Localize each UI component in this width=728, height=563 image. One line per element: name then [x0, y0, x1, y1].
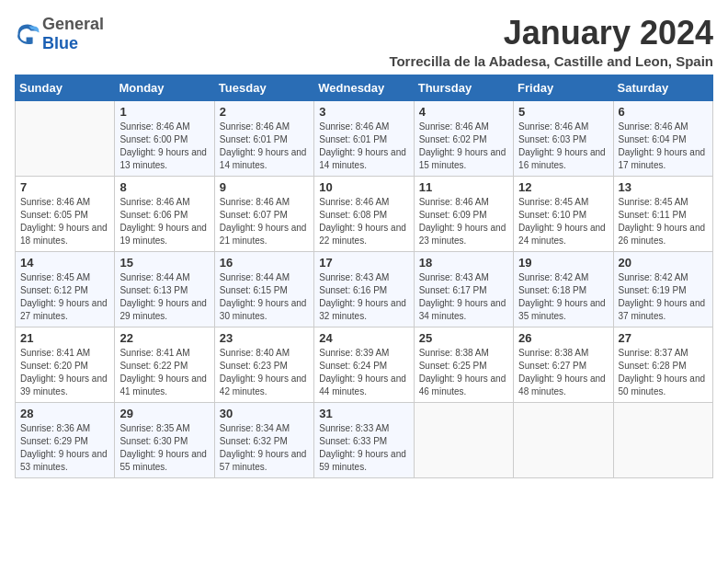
calendar-day-cell: 3Sunrise: 8:46 AMSunset: 6:01 PMDaylight… [314, 100, 414, 176]
day-of-week-header: Friday [514, 75, 613, 100]
day-number: 5 [518, 105, 608, 119]
day-info: Sunrise: 8:42 AMSunset: 6:19 PMDaylight:… [619, 271, 708, 323]
month-title: January 2024 [389, 15, 713, 52]
calendar-day-cell: 12Sunrise: 8:45 AMSunset: 6:10 PMDayligh… [514, 176, 613, 251]
day-number: 19 [518, 256, 608, 270]
calendar-day-cell: 6Sunrise: 8:46 AMSunset: 6:04 PMDaylight… [613, 100, 712, 176]
calendar-day-cell: 18Sunrise: 8:43 AMSunset: 6:17 PMDayligh… [414, 251, 513, 327]
calendar-day-cell: 22Sunrise: 8:41 AMSunset: 6:22 PMDayligh… [115, 327, 214, 402]
calendar-day-cell [414, 402, 513, 477]
day-number: 8 [119, 180, 209, 194]
calendar-day-cell: 13Sunrise: 8:45 AMSunset: 6:11 PMDayligh… [613, 176, 712, 251]
calendar-day-cell: 19Sunrise: 8:42 AMSunset: 6:18 PMDayligh… [514, 251, 613, 327]
day-number: 30 [220, 407, 309, 420]
day-of-week-header: Saturday [613, 75, 712, 100]
day-number: 28 [20, 407, 109, 420]
day-number: 17 [319, 256, 408, 270]
logo: General Blue [15, 15, 104, 53]
day-number: 16 [220, 256, 309, 270]
day-number: 31 [319, 407, 408, 420]
day-number: 25 [419, 331, 508, 345]
calendar-day-cell: 4Sunrise: 8:46 AMSunset: 6:02 PMDaylight… [414, 100, 513, 176]
day-info: Sunrise: 8:38 AMSunset: 6:25 PMDaylight:… [419, 347, 508, 398]
day-info: Sunrise: 8:35 AMSunset: 6:30 PMDaylight:… [119, 422, 209, 474]
calendar-day-cell: 29Sunrise: 8:35 AMSunset: 6:30 PMDayligh… [115, 402, 214, 477]
day-info: Sunrise: 8:46 AMSunset: 6:06 PMDaylight:… [119, 196, 209, 247]
calendar-header: SundayMondayTuesdayWednesdayThursdayFrid… [16, 75, 713, 100]
calendar-day-cell: 28Sunrise: 8:36 AMSunset: 6:29 PMDayligh… [16, 402, 115, 477]
day-info: Sunrise: 8:44 AMSunset: 6:15 PMDaylight:… [220, 271, 309, 323]
day-info: Sunrise: 8:33 AMSunset: 6:33 PMDaylight:… [319, 422, 408, 474]
day-number: 22 [119, 331, 209, 345]
logo-blue: Blue [42, 34, 78, 52]
day-number: 27 [619, 331, 708, 345]
days-of-week-row: SundayMondayTuesdayWednesdayThursdayFrid… [16, 75, 713, 100]
calendar-day-cell: 20Sunrise: 8:42 AMSunset: 6:19 PMDayligh… [613, 251, 712, 327]
day-info: Sunrise: 8:34 AMSunset: 6:32 PMDaylight:… [220, 422, 309, 474]
day-number: 29 [119, 407, 209, 420]
day-number: 14 [20, 256, 109, 270]
day-info: Sunrise: 8:44 AMSunset: 6:13 PMDaylight:… [119, 271, 209, 323]
day-number: 13 [619, 180, 708, 194]
calendar-day-cell: 10Sunrise: 8:46 AMSunset: 6:08 PMDayligh… [314, 176, 414, 251]
calendar-week-row: 28Sunrise: 8:36 AMSunset: 6:29 PMDayligh… [16, 402, 713, 477]
calendar-day-cell: 15Sunrise: 8:44 AMSunset: 6:13 PMDayligh… [115, 251, 214, 327]
day-info: Sunrise: 8:46 AMSunset: 6:07 PMDaylight:… [220, 196, 309, 247]
day-number: 26 [518, 331, 608, 345]
day-info: Sunrise: 8:42 AMSunset: 6:18 PMDaylight:… [518, 271, 608, 323]
day-of-week-header: Wednesday [314, 75, 414, 100]
day-number: 21 [20, 331, 109, 345]
calendar-day-cell: 11Sunrise: 8:46 AMSunset: 6:09 PMDayligh… [414, 176, 513, 251]
calendar-day-cell: 9Sunrise: 8:46 AMSunset: 6:07 PMDaylight… [214, 176, 313, 251]
calendar-day-cell: 14Sunrise: 8:45 AMSunset: 6:12 PMDayligh… [16, 251, 115, 327]
calendar-day-cell: 16Sunrise: 8:44 AMSunset: 6:15 PMDayligh… [214, 251, 313, 327]
day-number: 20 [619, 256, 708, 270]
day-info: Sunrise: 8:40 AMSunset: 6:23 PMDaylight:… [220, 347, 309, 398]
day-info: Sunrise: 8:46 AMSunset: 6:01 PMDaylight:… [319, 121, 408, 172]
calendar-day-cell [514, 402, 613, 477]
calendar-day-cell: 8Sunrise: 8:46 AMSunset: 6:06 PMDaylight… [115, 176, 214, 251]
day-info: Sunrise: 8:46 AMSunset: 6:08 PMDaylight:… [319, 196, 408, 247]
calendar-week-row: 21Sunrise: 8:41 AMSunset: 6:20 PMDayligh… [16, 327, 713, 402]
calendar-day-cell: 1Sunrise: 8:46 AMSunset: 6:00 PMDaylight… [115, 100, 214, 176]
day-info: Sunrise: 8:43 AMSunset: 6:16 PMDaylight:… [319, 271, 408, 323]
calendar-body: 1Sunrise: 8:46 AMSunset: 6:00 PMDaylight… [16, 100, 713, 477]
day-info: Sunrise: 8:46 AMSunset: 6:01 PMDaylight:… [220, 121, 309, 172]
calendar-day-cell [16, 100, 115, 176]
calendar-day-cell: 17Sunrise: 8:43 AMSunset: 6:16 PMDayligh… [314, 251, 414, 327]
calendar-day-cell: 7Sunrise: 8:46 AMSunset: 6:05 PMDaylight… [16, 176, 115, 251]
day-number: 12 [518, 180, 608, 194]
day-info: Sunrise: 8:46 AMSunset: 6:04 PMDaylight:… [619, 121, 708, 172]
day-number: 10 [319, 180, 408, 194]
calendar-week-row: 14Sunrise: 8:45 AMSunset: 6:12 PMDayligh… [16, 251, 713, 327]
calendar-day-cell: 2Sunrise: 8:46 AMSunset: 6:01 PMDaylight… [214, 100, 313, 176]
day-info: Sunrise: 8:45 AMSunset: 6:10 PMDaylight:… [518, 196, 608, 247]
logo-general: General [42, 15, 104, 33]
day-number: 4 [419, 105, 508, 119]
day-number: 6 [619, 105, 708, 119]
day-info: Sunrise: 8:45 AMSunset: 6:12 PMDaylight:… [20, 271, 109, 323]
day-info: Sunrise: 8:46 AMSunset: 6:00 PMDaylight:… [119, 121, 209, 172]
logo-icon [15, 21, 40, 47]
day-number: 23 [220, 331, 309, 345]
day-number: 15 [119, 256, 209, 270]
day-number: 3 [319, 105, 408, 119]
calendar-day-cell: 23Sunrise: 8:40 AMSunset: 6:23 PMDayligh… [214, 327, 313, 402]
day-info: Sunrise: 8:46 AMSunset: 6:02 PMDaylight:… [419, 121, 508, 172]
page-header: General Blue January 2024 Torrecilla de … [15, 15, 713, 69]
day-number: 2 [220, 105, 309, 119]
day-number: 1 [119, 105, 209, 119]
calendar-day-cell: 24Sunrise: 8:39 AMSunset: 6:24 PMDayligh… [314, 327, 414, 402]
calendar-day-cell: 31Sunrise: 8:33 AMSunset: 6:33 PMDayligh… [314, 402, 414, 477]
day-of-week-header: Tuesday [214, 75, 313, 100]
day-number: 9 [220, 180, 309, 194]
day-of-week-header: Thursday [414, 75, 513, 100]
calendar-week-row: 7Sunrise: 8:46 AMSunset: 6:05 PMDaylight… [16, 176, 713, 251]
calendar-day-cell: 5Sunrise: 8:46 AMSunset: 6:03 PMDaylight… [514, 100, 613, 176]
day-number: 18 [419, 256, 508, 270]
day-info: Sunrise: 8:38 AMSunset: 6:27 PMDaylight:… [518, 347, 608, 398]
day-info: Sunrise: 8:39 AMSunset: 6:24 PMDaylight:… [319, 347, 408, 398]
calendar-week-row: 1Sunrise: 8:46 AMSunset: 6:00 PMDaylight… [16, 100, 713, 176]
calendar-day-cell: 26Sunrise: 8:38 AMSunset: 6:27 PMDayligh… [514, 327, 613, 402]
day-info: Sunrise: 8:45 AMSunset: 6:11 PMDaylight:… [619, 196, 708, 247]
